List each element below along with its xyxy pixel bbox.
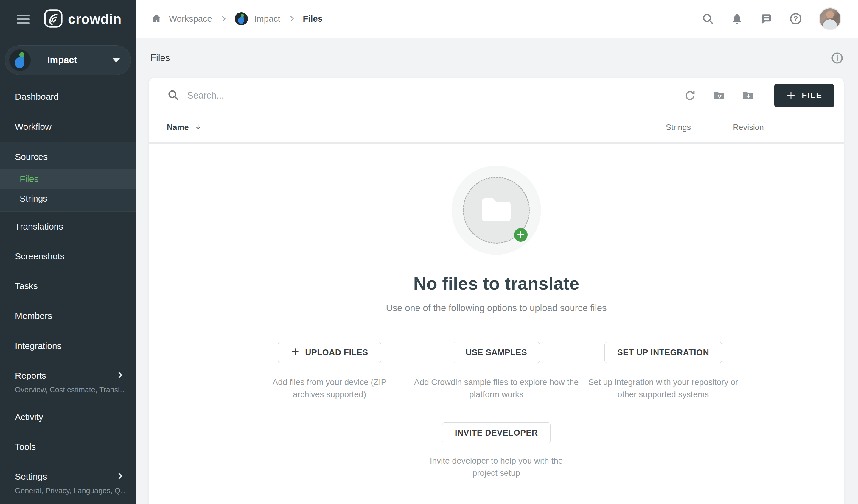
sidebar-group-sources: Sources Files Strings: [0, 142, 136, 211]
svg-text:?: ?: [794, 15, 798, 22]
sidebar-item-activity[interactable]: Activity: [0, 402, 136, 432]
invite-developer-option: INVITE DEVELOPER Invite developer to hel…: [422, 422, 571, 479]
search-box: [167, 89, 684, 102]
menu-hamburger-icon[interactable]: [17, 15, 30, 24]
sidebar-item-subtitle: Overview, Cost estimate, Transl…: [15, 386, 125, 394]
project-avatar: [9, 49, 31, 71]
user-avatar[interactable]: [819, 7, 841, 30]
breadcrumb-project[interactable]: Impact: [254, 14, 280, 24]
help-icon[interactable]: ?: [789, 12, 803, 26]
breadcrumb: Workspace Impact Files: [150, 12, 323, 25]
project-selector[interactable]: Impact: [5, 45, 131, 75]
sidebar-item-files[interactable]: Files: [0, 169, 136, 189]
sidebar-item-tasks[interactable]: Tasks: [0, 271, 136, 301]
search-input[interactable]: [187, 90, 684, 101]
new-folder-icon[interactable]: [742, 89, 754, 102]
topbar-main: Workspace Impact Files: [136, 0, 858, 38]
sidebar-item-settings[interactable]: Settings General, Privacy, Languages, Q…: [0, 462, 136, 503]
topbar-actions: ?: [701, 7, 841, 30]
info-icon[interactable]: [831, 51, 844, 65]
empty-state: No files to translate Use one of the fol…: [149, 144, 844, 504]
page-title: Files: [150, 53, 170, 63]
breadcrumb-current: Files: [303, 14, 323, 24]
sidebar-item-tools[interactable]: Tools: [0, 432, 136, 462]
caret-down-icon: [112, 58, 120, 63]
sidebar-item-reports[interactable]: Reports Overview, Cost estimate, Transl…: [0, 361, 136, 402]
column-revision[interactable]: Revision: [716, 123, 781, 132]
project-selector-wrap: Impact: [0, 38, 136, 82]
use-samples-option: USE SAMPLES Add Crowdin sample files to …: [413, 342, 580, 401]
chevron-right-icon: [115, 471, 125, 482]
sidebar-item-integrations[interactable]: Integrations: [0, 331, 136, 361]
upload-files-option: UPLOAD FILES Add files from your device …: [246, 342, 413, 401]
upload-files-button[interactable]: UPLOAD FILES: [278, 342, 381, 363]
plus-icon: [786, 91, 796, 101]
crowdin-logo[interactable]: crowdin: [44, 9, 122, 30]
sidebar-item-translations[interactable]: Translations: [0, 212, 136, 241]
empty-state-title: No files to translate: [413, 273, 579, 294]
add-file-button[interactable]: FILE: [774, 84, 834, 107]
breadcrumb-workspace[interactable]: Workspace: [169, 14, 212, 24]
topbar: crowdin Workspace Impact Files: [0, 0, 858, 38]
setup-integration-button[interactable]: SET UP INTEGRATION: [604, 342, 722, 363]
sidebar-item-sources[interactable]: Sources: [0, 142, 136, 169]
messages-icon[interactable]: [760, 12, 773, 25]
sidebar-item-screenshots[interactable]: Screenshots: [0, 241, 136, 271]
chevron-right-icon: [115, 370, 125, 381]
column-name-label: Name: [167, 123, 189, 132]
sidebar-item-label: Reports: [15, 371, 46, 381]
files-card: FILE Name Strings Revision: [149, 78, 844, 504]
sidebar: Impact Dashboard Workflow Sources Files …: [0, 38, 136, 504]
brand-area: crowdin: [0, 0, 136, 38]
invite-developer-description: Invite developer to help you with the pr…: [422, 455, 571, 479]
column-strings[interactable]: Strings: [649, 123, 708, 132]
upload-files-button-label: UPLOAD FILES: [305, 348, 368, 357]
upload-files-description: Add files from your device (ZIP archives…: [270, 376, 389, 401]
main-content: Files: [136, 38, 858, 504]
sidebar-item-workflow[interactable]: Workflow: [0, 112, 136, 142]
empty-folder-illustration: [451, 165, 541, 255]
sidebar-item-dashboard[interactable]: Dashboard: [0, 82, 136, 112]
notifications-bell-icon[interactable]: [731, 12, 744, 25]
body: Impact Dashboard Workflow Sources Files …: [0, 38, 858, 504]
project-name: Impact: [47, 55, 112, 65]
sidebar-item-members[interactable]: Members: [0, 301, 136, 331]
plus-icon: [291, 347, 300, 358]
column-name[interactable]: Name: [167, 122, 649, 133]
empty-state-subtitle: Use one of the following options to uplo…: [386, 303, 607, 313]
page-header: Files: [136, 38, 858, 78]
use-samples-button[interactable]: USE SAMPLES: [453, 342, 540, 363]
use-samples-description: Add Crowdin sample files to explore how …: [413, 376, 580, 401]
chevron-right-icon: [219, 14, 228, 23]
refresh-icon[interactable]: [684, 89, 696, 102]
add-file-button-label: FILE: [802, 91, 822, 100]
chevron-right-icon: [287, 14, 297, 23]
setup-integration-description: Set up integration with your repository …: [580, 376, 747, 401]
sidebar-item-subtitle: General, Privacy, Languages, Q…: [15, 486, 125, 495]
sort-down-icon: [194, 122, 203, 133]
toolbar-actions: FILE: [684, 84, 834, 107]
table-header: Name Strings Revision: [149, 113, 844, 142]
project-avatar: [235, 12, 248, 25]
setup-integration-option: SET UP INTEGRATION Set up integration wi…: [580, 342, 747, 401]
table-header-divider: [149, 142, 844, 144]
folder-branch-icon[interactable]: [712, 89, 726, 102]
crowdin-logo-icon: [44, 9, 63, 30]
sidebar-item-label: Settings: [15, 472, 47, 482]
search-icon: [167, 89, 179, 102]
home-icon[interactable]: [150, 13, 162, 25]
sidebar-item-strings[interactable]: Strings: [0, 189, 136, 208]
search-icon[interactable]: [701, 12, 714, 25]
crowdin-wordmark: crowdin: [68, 11, 122, 27]
app-window: crowdin Workspace Impact Files: [0, 0, 858, 504]
folder-icon: [480, 196, 512, 224]
invite-developer-button[interactable]: INVITE DEVELOPER: [442, 422, 551, 443]
add-files-plus-badge[interactable]: [514, 228, 528, 242]
upload-options: UPLOAD FILES Add files from your device …: [246, 342, 747, 401]
files-toolbar: FILE: [149, 78, 844, 113]
